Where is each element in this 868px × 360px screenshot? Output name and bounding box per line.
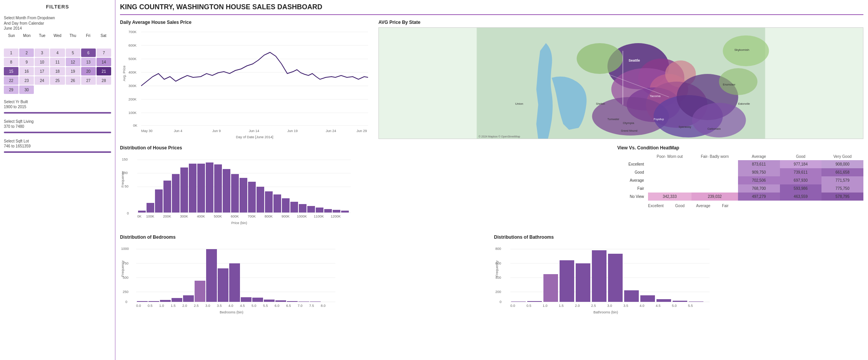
svg-rect-76 [223,169,230,213]
svg-text:Avg. Price: Avg. Price [122,65,126,81]
sqft-living-slider[interactable] [4,132,111,133]
svg-point-37 [577,43,623,74]
svg-rect-127 [264,300,275,302]
svg-rect-72 [189,164,197,213]
heatmap-cell: 697,930 [780,176,822,184]
heatmap-cell [691,184,738,193]
svg-rect-121 [195,281,205,302]
svg-text:1.0: 1.0 [159,304,164,308]
cal-day-thu: Thu [65,33,80,38]
cal-day[interactable]: 28 [97,76,111,85]
svg-text:3.0: 3.0 [607,304,612,308]
svg-text:© 2024 Mapbox © OpenStreetMap: © 2024 Mapbox © OpenStreetMap [479,135,520,138]
svg-text:Grand Mound: Grand Mound [621,129,638,132]
cal-day[interactable]: 14 [97,58,111,66]
yr-built-slider[interactable] [4,112,111,114]
cal-day[interactable]: 2 [19,49,34,57]
svg-text:Bedrooms (bin): Bedrooms (bin) [220,310,243,314]
svg-text:4.5: 4.5 [656,304,661,308]
cal-day[interactable]: 30 [19,85,34,94]
svg-point-39 [719,68,758,95]
cal-day[interactable]: 3 [35,49,49,57]
heatmap-cell: 775,750 [821,184,863,193]
svg-text:Puyallup: Puyallup [654,118,664,121]
heatmap-cell: 771,579 [821,176,863,184]
cal-day[interactable]: 1 [4,49,18,57]
cal-day[interactable]: 17 [35,67,49,75]
cal-day[interactable]: 23 [19,76,34,85]
bedrooms-svg: 1000 750 500 250 0 Frequency [120,242,343,319]
cal-day[interactable]: 16 [19,67,34,75]
sqft-lot-slider[interactable] [4,151,111,153]
heatmap-cell [691,168,738,176]
cal-day[interactable]: 9 [19,58,34,66]
svg-text:2.0: 2.0 [182,304,187,308]
cal-day[interactable]: 19 [66,67,80,75]
svg-text:250: 250 [123,290,128,294]
heatmap-table: Poor- Worn out Fair- Badly worn Average … [617,153,863,201]
svg-text:100K: 100K [128,111,137,115]
heatmap-title: View Vs. Condition HeatMap [617,145,863,151]
cal-day[interactable]: 5 [66,49,80,57]
svg-text:0.5: 0.5 [148,304,153,308]
svg-rect-123 [218,268,228,302]
cal-day[interactable]: 21 [97,67,111,75]
heatmap-cell: 593,986 [780,184,822,193]
map-title: AVG Price By State [378,20,863,25]
cal-day[interactable]: 10 [35,58,49,66]
cal-day[interactable]: 18 [50,67,65,75]
calendar[interactable]: Sun Mon Tue Wed Thu Fri Sat 123456789101… [4,33,111,94]
cal-day[interactable]: 11 [50,58,65,66]
cal-day[interactable]: 15 [4,67,18,75]
svg-text:8.0: 8.0 [321,304,326,308]
svg-rect-89 [333,210,340,213]
cal-day[interactable]: 20 [81,67,96,75]
svg-text:300K: 300K [128,84,137,88]
cal-day[interactable]: 26 [66,76,80,85]
svg-text:1200K: 1200K [331,214,341,218]
svg-text:1.0: 1.0 [543,304,548,308]
cal-day[interactable]: 29 [4,85,18,94]
svg-text:0.0: 0.0 [136,304,141,308]
svg-rect-172 [689,301,703,302]
cal-day[interactable]: 13 [81,58,96,66]
cal-day[interactable]: 22 [4,76,18,85]
heatmap-row-label: Fair [617,184,648,193]
svg-rect-84 [290,202,298,213]
cal-day[interactable]: 27 [81,76,96,85]
svg-text:5.5: 5.5 [263,304,268,308]
svg-text:Shelton: Shelton [596,102,605,105]
heatmap-cell: 342,333 [648,193,692,201]
svg-rect-125 [241,297,252,302]
cal-day[interactable]: 4 [50,49,65,57]
svg-text:200: 200 [495,290,501,294]
heatmap-row-label: Excellent [617,160,648,168]
heatmap-cell [691,160,738,168]
svg-text:Jun 24: Jun 24 [326,129,336,133]
cal-day[interactable]: 25 [50,76,65,85]
sidebar-title: FILTERS [4,4,111,10]
cal-day[interactable]: 7 [97,49,111,57]
heatmap-col-1: Poor- Worn out [648,153,692,160]
svg-text:1100K: 1100K [314,214,324,218]
svg-text:Day of Date [June 2014]: Day of Date [June 2014] [236,135,273,139]
bathrooms-svg: 800 600 400 200 0 Frequency [494,242,717,319]
svg-text:3.0: 3.0 [205,304,210,308]
cal-day-wed: Wed [50,33,65,38]
heatmap-cell: 239,032 [691,193,738,201]
heatmap-col-4: Good [780,153,822,160]
svg-text:5.5: 5.5 [688,304,693,308]
condition-average: Average [696,204,710,208]
svg-text:400K: 400K [197,214,205,218]
svg-text:600K: 600K [231,214,239,218]
cal-day[interactable]: 12 [66,58,80,66]
svg-rect-126 [252,298,263,302]
cal-day[interactable]: 6 [81,49,96,57]
cal-day [66,39,80,48]
svg-rect-87 [316,208,323,213]
cal-day[interactable]: 8 [4,58,18,66]
svg-text:900K: 900K [282,214,290,218]
cal-day [97,39,111,48]
svg-rect-165 [576,263,590,302]
cal-day[interactable]: 24 [35,76,49,85]
